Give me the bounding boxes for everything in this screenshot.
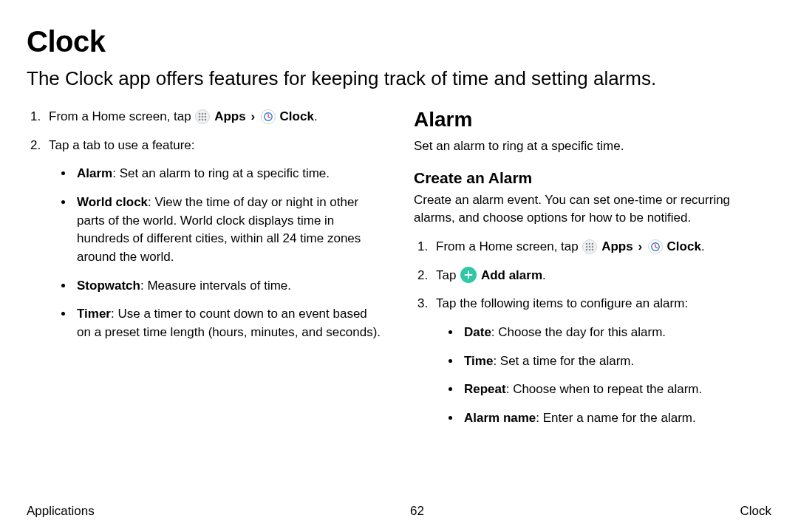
clock-icon: [261, 109, 276, 124]
step-text: From a Home screen, tap: [436, 239, 582, 253]
add-alarm-label: Add alarm: [481, 268, 542, 282]
step-text: Tap the following items to configure an …: [436, 296, 688, 310]
page-title: Clock: [27, 25, 771, 58]
clock-label: Clock: [667, 239, 701, 253]
right-step-2: Tap Add alarm.: [432, 267, 771, 285]
desc: : Use a timer to count down to an event …: [77, 307, 381, 339]
desc: : Measure intervals of time.: [140, 279, 291, 293]
apps-icon: [582, 239, 597, 254]
add-icon: [460, 267, 477, 283]
left-step-2: Tap a tab to use a feature: Alarm: Set a…: [44, 137, 384, 342]
list-item: Time: Set a time for the alarm.: [461, 352, 771, 371]
list-item: Date: Choose the day for this alarm.: [461, 324, 771, 342]
right-bullets: Date: Choose the day for this alarm. Tim…: [436, 324, 771, 428]
step-suffix: .: [314, 109, 318, 123]
section-heading-alarm: Alarm: [414, 108, 771, 132]
desc: : Set a time for the alarm.: [493, 354, 634, 368]
desc: : Set an alarm to ring at a specific tim…: [112, 166, 330, 180]
term: Repeat: [464, 382, 506, 396]
list-item: Alarm: Set an alarm to ring at a specifi…: [74, 165, 384, 183]
svg-point-3: [199, 115, 201, 117]
right-step-1: From a Home screen, tap Apps › Clock.: [432, 238, 771, 256]
step-suffix: .: [701, 239, 705, 253]
right-column: Alarm Set an alarm to ring at a specific…: [414, 108, 771, 437]
term: Timer: [77, 307, 111, 321]
content-columns: From a Home screen, tap Apps › Clock. Ta…: [27, 108, 771, 437]
term: Date: [464, 325, 491, 339]
list-item: Alarm name: Enter a name for the alarm.: [461, 409, 771, 428]
clock-label: Clock: [280, 109, 314, 123]
left-column: From a Home screen, tap Apps › Clock. Ta…: [27, 108, 384, 437]
step-text: Tap a tab to use a feature:: [49, 138, 195, 152]
desc: : Enter a name for the alarm.: [536, 411, 695, 425]
left-step-1: From a Home screen, tap Apps › Clock.: [44, 108, 384, 126]
step-suffix: .: [542, 268, 546, 282]
list-item: World clock: View the time of day or nig…: [74, 194, 384, 267]
svg-point-6: [199, 118, 201, 120]
svg-point-13: [586, 245, 588, 248]
term: Time: [464, 354, 493, 368]
footer-page-number: 62: [410, 504, 424, 519]
term: World clock: [77, 195, 148, 209]
apps-icon: [195, 109, 210, 124]
footer-right: Clock: [740, 504, 771, 519]
list-item: Timer: Use a timer to count down to an e…: [74, 305, 384, 341]
right-step-3: Tap the following items to configure an …: [432, 295, 771, 427]
svg-point-2: [205, 112, 207, 115]
chevron-right-icon: ›: [638, 238, 642, 256]
svg-point-0: [199, 112, 201, 115]
clock-icon: [648, 239, 663, 254]
list-item: Stopwatch: Measure intervals of time.: [74, 277, 384, 296]
list-item: Repeat: Choose when to repeat the alarm.: [461, 381, 771, 399]
term: Alarm: [77, 166, 112, 180]
subsection-desc: Create an alarm event. You can set one-t…: [414, 191, 771, 228]
step-text: Tap: [436, 268, 460, 282]
page-footer: Applications 62 Clock: [27, 504, 771, 519]
section-desc: Set an alarm to ring at a specific time.: [414, 137, 771, 156]
apps-label: Apps: [601, 239, 633, 253]
svg-point-4: [202, 115, 204, 117]
desc: : Choose when to repeat the alarm.: [506, 382, 703, 396]
svg-point-15: [592, 245, 594, 248]
left-steps: From a Home screen, tap Apps › Clock. Ta…: [27, 108, 384, 341]
left-bullets: Alarm: Set an alarm to ring at a specifi…: [49, 165, 384, 341]
chevron-right-icon: ›: [250, 108, 255, 126]
step-text: From a Home screen, tap: [49, 109, 194, 123]
footer-left: Applications: [27, 504, 95, 519]
right-steps: From a Home screen, tap Apps › Clock. Ta…: [414, 238, 771, 427]
svg-point-14: [589, 245, 591, 248]
svg-point-12: [592, 242, 594, 245]
page-intro: The Clock app offers features for keepin…: [27, 66, 771, 92]
term: Stopwatch: [77, 279, 140, 293]
svg-point-5: [205, 115, 207, 117]
svg-point-1: [202, 112, 204, 115]
svg-point-17: [589, 248, 591, 250]
desc: : Choose the day for this alarm.: [491, 325, 666, 339]
svg-point-11: [589, 242, 591, 245]
subsection-heading-create-alarm: Create an Alarm: [414, 169, 771, 187]
svg-point-16: [586, 248, 588, 250]
svg-point-10: [586, 242, 588, 245]
svg-point-8: [205, 118, 207, 120]
apps-label: Apps: [214, 109, 246, 123]
svg-point-18: [592, 248, 594, 250]
svg-point-7: [202, 118, 204, 120]
term: Alarm name: [464, 411, 536, 425]
